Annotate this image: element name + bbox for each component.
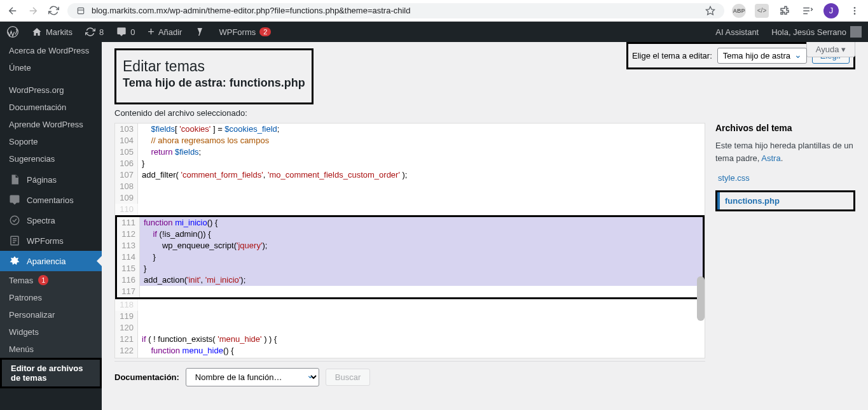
help-tab[interactable]: Ayuda ▾ <box>806 42 855 57</box>
code-line[interactable]: 121if ( ! function_exists( 'menu_hide' )… <box>115 334 705 345</box>
doc-search-button[interactable]: Buscar <box>326 369 370 386</box>
address-bar[interactable]: blog.markits.com.mx/wp-admin/theme-edito… <box>67 3 724 18</box>
abp-icon[interactable]: ABP <box>732 4 746 18</box>
doc-label: Documentación: <box>114 372 179 382</box>
submenu-customize[interactable]: Personalizar <box>0 306 102 323</box>
sidebar-item-appearance[interactable]: Apariencia <box>0 251 102 271</box>
submenu-theme-editor[interactable]: Editor de archivos de temas <box>2 360 100 386</box>
code-line[interactable]: 115} <box>117 263 703 274</box>
svg-point-4 <box>854 13 856 15</box>
site-info-icon[interactable] <box>76 6 85 15</box>
url-text: blog.markits.com.mx/wp-admin/theme-edito… <box>92 6 699 15</box>
code-highlight-box: 111function mi_inicio() {112 if (!is_adm… <box>115 215 705 299</box>
sidebar-item-pages[interactable]: Páginas <box>0 169 102 190</box>
browser-toolbar: blog.markits.com.mx/wp-admin/theme-edito… <box>0 0 868 22</box>
flyout-feedback[interactable]: Sugerencias <box>0 150 102 167</box>
back-button[interactable] <box>6 4 19 17</box>
wp-admin-bar: Markits 8 0 + Añadir WPForms 2 AI Assist… <box>0 22 868 42</box>
yoast-icon[interactable] <box>188 22 212 42</box>
user-avatar-icon <box>850 26 862 38</box>
svg-point-3 <box>854 10 856 11</box>
submenu-themes[interactable]: Temas 1 <box>0 271 102 289</box>
file-link-box: functions.php <box>715 190 855 211</box>
code-line[interactable]: 109 <box>115 192 705 204</box>
code-line[interactable]: 122 function menu_hide() { <box>115 345 705 357</box>
flyout-wporg[interactable]: WordPress.org <box>0 81 102 99</box>
reading-list-icon[interactable] <box>801 4 815 18</box>
comments-icon <box>9 194 20 206</box>
code-line[interactable]: 114 } <box>117 251 703 263</box>
file-link-functions[interactable]: functions.php <box>717 192 853 209</box>
submenu-patterns[interactable]: Patrones <box>0 289 102 306</box>
svg-marker-1 <box>706 6 714 15</box>
wpforms-link[interactable]: WPForms 2 <box>212 22 277 42</box>
comments-link[interactable]: 0 <box>110 22 141 42</box>
code-line[interactable]: 106} <box>115 158 705 169</box>
sidebar-item-spectra[interactable]: Spectra <box>0 210 102 230</box>
code-editor[interactable]: 103 $fields[ 'cookies' ] = $cookies_fiel… <box>114 123 705 358</box>
code-line[interactable]: 123 echo "<script type='text/javascript'… <box>115 357 705 358</box>
forward-button[interactable] <box>27 4 39 17</box>
theme-files-title: Archivos del tema <box>715 123 855 133</box>
submenu-menus[interactable]: Menús <box>0 341 102 358</box>
spectra-icon <box>9 215 20 226</box>
appearance-icon <box>9 255 20 267</box>
theme-files-desc: Este tema hijo hereda plantillas de un t… <box>715 139 855 164</box>
code-line[interactable]: 116add_action('init', 'mi_inicio'); <box>117 274 703 286</box>
star-icon[interactable] <box>705 6 715 16</box>
code-line[interactable]: 111function mi_inicio() { <box>117 217 703 229</box>
flyout-support[interactable]: Soporte <box>0 133 102 150</box>
sidebar-item-comments[interactable]: Comentarios <box>0 190 102 210</box>
svg-rect-0 <box>78 8 83 13</box>
main-content: Ayuda ▾ Editar temas Tema hijo de astra:… <box>102 42 868 410</box>
code-line[interactable]: 107add_filter( 'comment_form_fields', 'm… <box>115 169 705 181</box>
theme-select[interactable]: Tema hijo de astra <box>717 48 807 64</box>
code-line[interactable]: 118 <box>115 299 705 311</box>
wp-logo-flyout: Acerca de WordPress Únete WordPress.org … <box>0 42 102 167</box>
profile-avatar[interactable]: J <box>823 3 839 18</box>
flyout-join[interactable]: Únete <box>0 59 102 76</box>
flyout-about[interactable]: Acerca de WordPress <box>0 42 102 59</box>
site-name-link[interactable]: Markits <box>25 22 79 42</box>
code-line[interactable]: 108 <box>115 181 705 192</box>
reload-button[interactable] <box>47 4 60 17</box>
code-line[interactable]: 103 $fields[ 'cookies' ] = $cookies_fiel… <box>115 124 705 135</box>
submenu-widgets[interactable]: Widgets <box>0 323 102 341</box>
sidebar-item-wpforms[interactable]: WPForms <box>0 230 102 251</box>
page-title: Editar temas <box>123 54 305 76</box>
flyout-learn[interactable]: Aprende WordPress <box>0 116 102 133</box>
flyout-docs[interactable]: Documentación <box>0 99 102 116</box>
page-title-box: Editar temas Tema hijo de astra: functio… <box>114 48 313 104</box>
code-line[interactable]: 112 if (!is_admin()) { <box>117 229 703 240</box>
wpforms-icon <box>9 235 20 246</box>
file-heading: Tema hijo de astra: functions.php <box>123 76 305 99</box>
appearance-submenu: Temas 1 Patrones Personalizar Widgets Me… <box>0 271 102 388</box>
parent-theme-link[interactable]: Astra <box>761 153 780 163</box>
code-line[interactable]: 117 <box>117 286 703 297</box>
doc-function-select[interactable]: Nombre de la función… <box>186 368 319 386</box>
code-line[interactable]: 120 <box>115 322 705 334</box>
extensions-icon[interactable] <box>778 4 792 18</box>
updates-link[interactable]: 8 <box>79 22 110 42</box>
file-link-style[interactable]: style.css <box>715 169 855 187</box>
code-line[interactable]: 105 return $fields; <box>115 146 705 158</box>
editor-scrollbar[interactable] <box>697 276 705 321</box>
chevron-down-icon: ▾ <box>841 45 846 54</box>
add-new-link[interactable]: + Añadir <box>141 22 188 42</box>
content-label: Contenido del archivo seleccionado: <box>114 108 855 118</box>
code-line[interactable]: 113 wp_enqueue_script('jquery'); <box>117 240 703 251</box>
svg-point-6 <box>10 216 19 225</box>
doc-footer: Documentación: Nombre de la función… Bus… <box>114 361 705 393</box>
code-line[interactable]: 110 <box>115 204 705 215</box>
devtools-ext-icon[interactable]: </> <box>755 4 769 18</box>
svg-point-2 <box>854 7 856 9</box>
wp-logo-menu[interactable] <box>0 22 25 42</box>
code-line[interactable]: 119 <box>115 311 705 322</box>
ai-assistant-link[interactable]: AI Assistant <box>709 22 765 42</box>
code-line[interactable]: 104 // ahora regresamos los campos <box>115 135 705 146</box>
chrome-menu-icon[interactable] <box>848 4 862 18</box>
theme-select-label: Elige el tema a editar: <box>632 51 712 60</box>
user-greeting[interactable]: Hola, Jesús Serrano <box>765 22 868 42</box>
pages-icon <box>9 174 20 185</box>
browser-extensions: ABP </> J <box>732 3 862 18</box>
